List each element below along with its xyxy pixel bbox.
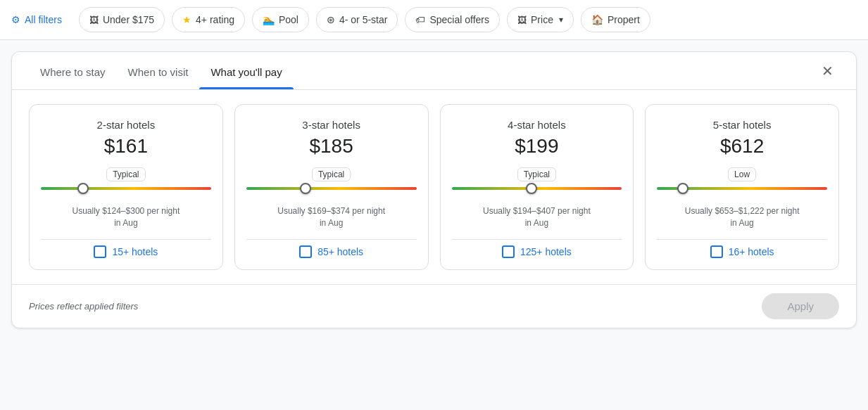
card-2star-checkbox[interactable] bbox=[94, 245, 106, 258]
chip-property[interactable]: 🏠 Propert bbox=[581, 7, 650, 32]
hotel-card-2star: 2-star hotels $161 Typical Usually $124–… bbox=[29, 104, 223, 270]
chip-under175[interactable]: 🖼 Under $175 bbox=[79, 7, 165, 32]
chip-4or5star[interactable]: ⊛ 4- or 5-star bbox=[316, 7, 398, 32]
card-2star-checkbox-row[interactable]: 15+ hotels bbox=[41, 239, 211, 258]
card-2star-badge: Typical bbox=[106, 167, 145, 181]
card-5star-title: 5-star hotels bbox=[713, 119, 772, 131]
card-2star-title: 2-star hotels bbox=[97, 119, 156, 131]
under175-icon: 🖼 bbox=[89, 15, 99, 25]
home-icon: 🏠 bbox=[591, 14, 603, 25]
card-5star-count: 16+ hotels bbox=[729, 246, 774, 257]
hotel-cards-area: 2-star hotels $161 Typical Usually $124–… bbox=[12, 90, 856, 284]
card-2star-track bbox=[41, 187, 211, 190]
footer-note: Prices reflect applied filters bbox=[29, 301, 138, 312]
card-3star-checkbox-row[interactable]: 85+ hotels bbox=[246, 239, 417, 258]
card-2star-count: 15+ hotels bbox=[112, 246, 158, 257]
hotel-card-4star: 4-star hotels $199 Typical Usually $194–… bbox=[440, 104, 634, 270]
close-button[interactable]: ✕ bbox=[816, 57, 839, 85]
card-2star-range: Usually $124–$300 per night in Aug bbox=[72, 205, 180, 229]
apply-button[interactable]: Apply bbox=[762, 293, 839, 319]
chip-price-label: Price bbox=[531, 14, 553, 25]
card-5star-slider-section: Low bbox=[657, 167, 827, 198]
card-4star-title: 4-star hotels bbox=[508, 119, 566, 131]
price-icon: 🖼 bbox=[517, 15, 527, 25]
card-4star-slider-section: Typical bbox=[452, 167, 622, 198]
card-2star-price: $161 bbox=[104, 135, 148, 158]
tab-where-to-stay[interactable]: Where to stay bbox=[29, 52, 117, 89]
card-3star-title: 3-star hotels bbox=[302, 119, 360, 131]
chip-pool[interactable]: 🏊 Pool bbox=[252, 7, 309, 32]
chip-special-label: Special offers bbox=[429, 14, 489, 25]
card-4star-thumb bbox=[526, 183, 537, 194]
hotel-card-3star: 3-star hotels $185 Typical Usually $169–… bbox=[234, 104, 429, 270]
card-5star-badge: Low bbox=[728, 167, 756, 181]
chip-4or5star-label: 4- or 5-star bbox=[339, 14, 387, 25]
card-3star-slider-section: Typical bbox=[246, 167, 417, 198]
hotel-card-5star: 5-star hotels $612 Low Usually $653–$1,2… bbox=[645, 104, 839, 270]
tab-what-youll-pay[interactable]: What you'll pay bbox=[199, 52, 293, 89]
chip-rating-label: 4+ rating bbox=[196, 14, 234, 25]
card-3star-range: Usually $169–$374 per night in Aug bbox=[277, 205, 385, 229]
card-3star-badge: Typical bbox=[312, 167, 351, 181]
card-4star-count: 125+ hotels bbox=[520, 246, 572, 257]
chevron-down-icon: ▾ bbox=[559, 15, 563, 25]
card-3star-thumb bbox=[300, 183, 311, 194]
rating-icon: ★ bbox=[182, 14, 191, 25]
chip-pool-label: Pool bbox=[279, 14, 298, 25]
card-3star-checkbox[interactable] bbox=[299, 245, 312, 258]
card-3star-count: 85+ hotels bbox=[317, 246, 363, 257]
card-5star-price: $612 bbox=[720, 135, 764, 158]
tabs-row: Where to stay When to visit What you'll … bbox=[12, 52, 856, 90]
card-4star-badge: Typical bbox=[517, 167, 556, 181]
tab-when-to-visit[interactable]: When to visit bbox=[117, 52, 200, 89]
tag-icon: 🏷 bbox=[415, 14, 425, 25]
chip-rating[interactable]: ★ 4+ rating bbox=[172, 7, 245, 32]
chip-special[interactable]: 🏷 Special offers bbox=[405, 7, 500, 32]
chip-price[interactable]: 🖼 Price ▾ bbox=[507, 7, 574, 32]
card-5star-checkbox[interactable] bbox=[710, 245, 723, 258]
all-filters-chip[interactable]: ⚙ All filters bbox=[11, 7, 72, 32]
card-5star-checkbox-row[interactable]: 16+ hotels bbox=[657, 239, 827, 258]
card-4star-checkbox-row[interactable]: 125+ hotels bbox=[452, 239, 622, 258]
filter-bar: ⚙ All filters 🖼 Under $175 ★ 4+ rating 🏊… bbox=[0, 0, 868, 40]
panel-footer: Prices reflect applied filters Apply bbox=[12, 284, 856, 328]
star-circle-icon: ⊛ bbox=[327, 14, 335, 25]
card-5star-range: Usually $653–$1,222 per night in Aug bbox=[685, 205, 800, 229]
card-4star-price: $199 bbox=[515, 135, 558, 158]
card-4star-checkbox[interactable] bbox=[502, 245, 515, 258]
card-3star-track bbox=[246, 187, 417, 190]
card-2star-slider-section: Typical bbox=[41, 167, 211, 198]
card-3star-price: $185 bbox=[309, 135, 353, 158]
main-panel: Where to stay When to visit What you'll … bbox=[11, 51, 857, 328]
chip-property-label: Propert bbox=[608, 14, 640, 25]
card-2star-thumb bbox=[77, 183, 89, 194]
card-5star-thumb bbox=[677, 183, 688, 194]
filter-icon: ⚙ bbox=[11, 14, 20, 25]
card-5star-track bbox=[657, 187, 827, 190]
all-filters-label: All filters bbox=[25, 14, 62, 25]
card-4star-range: Usually $194–$407 per night in Aug bbox=[483, 205, 591, 229]
card-4star-track bbox=[452, 187, 622, 190]
chip-under175-label: Under $175 bbox=[103, 14, 154, 25]
pool-icon: 🏊 bbox=[263, 14, 275, 25]
